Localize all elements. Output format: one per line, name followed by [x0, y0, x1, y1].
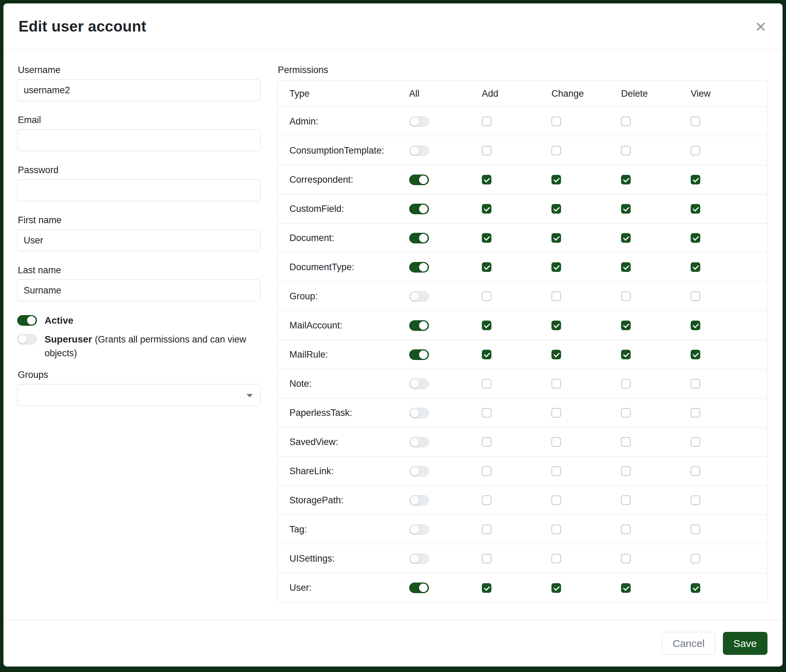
- checkbox-add-documenttype[interactable]: [482, 262, 491, 272]
- checkbox-add-customfield[interactable]: [482, 204, 491, 214]
- checkbox-view-uisettings[interactable]: [691, 554, 700, 563]
- checkbox-change-mailrule[interactable]: [552, 350, 561, 359]
- checkbox-delete-storagepath[interactable]: [621, 495, 630, 505]
- checkbox-change-storagepath[interactable]: [552, 495, 561, 505]
- checkbox-add-note[interactable]: [482, 379, 491, 388]
- checkbox-delete-tag[interactable]: [621, 524, 630, 534]
- checkbox-add-savedview[interactable]: [482, 437, 491, 447]
- password-input[interactable]: [17, 179, 261, 201]
- toggle-all-mailrule[interactable]: [409, 349, 429, 360]
- toggle-all-savedview[interactable]: [409, 437, 429, 447]
- toggle-all-correspondent[interactable]: [409, 174, 429, 185]
- toggle-all-document[interactable]: [409, 233, 429, 243]
- checkbox-view-customfield[interactable]: [691, 204, 700, 214]
- checkbox-delete-admin[interactable]: [621, 116, 630, 126]
- checkbox-change-documenttype[interactable]: [552, 262, 561, 272]
- checkbox-view-sharelink[interactable]: [691, 466, 700, 476]
- toggle-all-admin[interactable]: [409, 116, 429, 127]
- checkbox-add-consumptiontemplate[interactable]: [482, 146, 491, 155]
- checkbox-view-storagepath[interactable]: [691, 495, 700, 505]
- checkbox-add-tag[interactable]: [482, 524, 491, 534]
- permission-row: Tag:: [277, 515, 767, 544]
- checkbox-add-mailaccount[interactable]: [482, 320, 491, 330]
- groups-select[interactable]: [17, 384, 261, 406]
- checkbox-view-documenttype[interactable]: [691, 262, 700, 272]
- toggle-all-tag[interactable]: [409, 524, 429, 535]
- toggle-all-documenttype[interactable]: [409, 262, 429, 273]
- checkbox-delete-consumptiontemplate[interactable]: [621, 146, 630, 155]
- checkbox-delete-customfield[interactable]: [621, 204, 630, 214]
- checkbox-delete-note[interactable]: [621, 379, 630, 388]
- checkbox-add-admin[interactable]: [482, 116, 491, 126]
- checkbox-delete-mailrule[interactable]: [621, 350, 630, 359]
- checkbox-change-consumptiontemplate[interactable]: [552, 146, 561, 155]
- checkbox-delete-correspondent[interactable]: [621, 175, 630, 184]
- permission-type-label: Group:: [289, 291, 318, 302]
- checkbox-change-correspondent[interactable]: [552, 175, 561, 184]
- superuser-toggle[interactable]: [17, 334, 37, 345]
- toggle-knob: [27, 316, 36, 325]
- checkbox-view-mailrule[interactable]: [691, 350, 700, 359]
- toggle-all-group[interactable]: [409, 291, 429, 302]
- checkbox-add-paperlesstask[interactable]: [482, 408, 491, 418]
- checkbox-delete-mailaccount[interactable]: [621, 320, 630, 330]
- toggle-all-storagepath[interactable]: [409, 495, 429, 506]
- active-toggle[interactable]: [17, 315, 37, 326]
- checkbox-change-admin[interactable]: [552, 116, 561, 126]
- checkbox-view-document[interactable]: [691, 233, 700, 243]
- checkbox-change-tag[interactable]: [552, 524, 561, 534]
- checkbox-delete-paperlesstask[interactable]: [621, 408, 630, 418]
- checkbox-delete-uisettings[interactable]: [621, 554, 630, 563]
- checkbox-change-sharelink[interactable]: [552, 466, 561, 476]
- checkbox-view-admin[interactable]: [691, 116, 700, 126]
- checkbox-view-group[interactable]: [691, 291, 700, 301]
- checkbox-change-group[interactable]: [552, 291, 561, 301]
- toggle-all-mailaccount[interactable]: [409, 320, 429, 331]
- checkbox-change-mailaccount[interactable]: [552, 320, 561, 330]
- close-icon[interactable]: ×: [754, 17, 767, 36]
- toggle-all-uisettings[interactable]: [409, 553, 429, 564]
- checkbox-add-storagepath[interactable]: [482, 495, 491, 505]
- checkbox-change-note[interactable]: [552, 379, 561, 388]
- checkbox-add-document[interactable]: [482, 233, 491, 243]
- checkbox-delete-document[interactable]: [621, 233, 630, 243]
- checkbox-add-sharelink[interactable]: [482, 466, 491, 476]
- last-name-input[interactable]: [17, 279, 261, 301]
- checkbox-change-uisettings[interactable]: [552, 554, 561, 563]
- cancel-button[interactable]: Cancel: [662, 632, 715, 655]
- checkbox-add-correspondent[interactable]: [482, 175, 491, 184]
- checkbox-delete-documenttype[interactable]: [621, 262, 630, 272]
- checkbox-view-mailaccount[interactable]: [691, 320, 700, 330]
- checkbox-add-uisettings[interactable]: [482, 554, 491, 563]
- toggle-all-paperlesstask[interactable]: [409, 408, 429, 418]
- toggle-all-note[interactable]: [409, 378, 429, 389]
- checkbox-view-paperlesstask[interactable]: [691, 408, 700, 418]
- checkbox-delete-savedview[interactable]: [621, 437, 630, 447]
- checkbox-change-user[interactable]: [552, 583, 561, 593]
- checkbox-add-group[interactable]: [482, 291, 491, 301]
- checkbox-change-savedview[interactable]: [552, 437, 561, 447]
- checkbox-view-savedview[interactable]: [691, 437, 700, 447]
- email-input[interactable]: [17, 129, 261, 151]
- checkbox-change-document[interactable]: [552, 233, 561, 243]
- save-button[interactable]: Save: [723, 632, 767, 655]
- toggle-all-sharelink[interactable]: [409, 466, 429, 477]
- checkbox-delete-group[interactable]: [621, 291, 630, 301]
- toggle-all-user[interactable]: [409, 583, 429, 593]
- toggle-knob: [19, 335, 27, 344]
- checkbox-change-customfield[interactable]: [552, 204, 561, 214]
- checkbox-view-correspondent[interactable]: [691, 175, 700, 184]
- checkbox-view-user[interactable]: [691, 583, 700, 593]
- toggle-all-consumptiontemplate[interactable]: [409, 145, 429, 156]
- first-name-input[interactable]: [17, 229, 261, 251]
- checkbox-view-consumptiontemplate[interactable]: [691, 146, 700, 155]
- checkbox-view-note[interactable]: [691, 379, 700, 388]
- checkbox-view-tag[interactable]: [691, 524, 700, 534]
- username-input[interactable]: [17, 79, 261, 101]
- toggle-all-customfield[interactable]: [409, 204, 429, 214]
- checkbox-add-mailrule[interactable]: [482, 350, 491, 359]
- checkbox-add-user[interactable]: [482, 583, 491, 593]
- checkbox-delete-user[interactable]: [621, 583, 630, 593]
- checkbox-change-paperlesstask[interactable]: [552, 408, 561, 418]
- checkbox-delete-sharelink[interactable]: [621, 466, 630, 476]
